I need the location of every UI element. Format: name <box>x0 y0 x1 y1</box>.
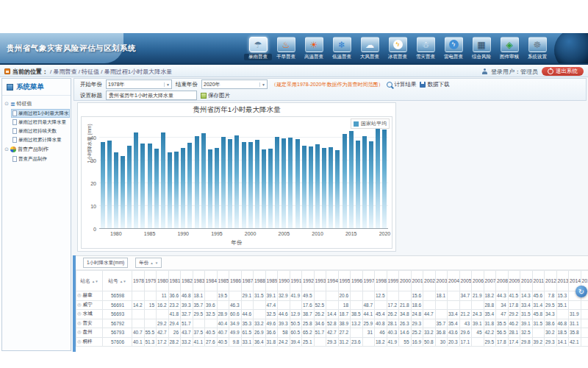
value-cell: 32.5 <box>520 328 533 338</box>
year-col-header[interactable]: 1981 <box>168 271 181 291</box>
nav-item-system-settings[interactable]: ☸系统设置 <box>523 37 551 60</box>
year-col-header[interactable]: 2008 <box>496 271 509 291</box>
nav-item-rainstorm[interactable]: ☂暴雨普查 <box>244 37 272 60</box>
sidebar-item[interactable]: 普查产品制作 <box>11 155 70 163</box>
y-tick-label: 10 <box>82 204 96 209</box>
value-cell: 51.7 <box>314 328 326 338</box>
nav-item-snow[interactable]: ☃雪灾普查 <box>412 37 440 60</box>
expand-row-icon[interactable]: ◎ <box>77 329 82 334</box>
sidebar-item[interactable]: 暴雨过程日最大降水量 <box>11 118 70 127</box>
year-col-header[interactable]: 2004 <box>448 271 460 291</box>
chart-title-input[interactable]: 贵州省历年1小时最大降水量 <box>106 91 197 100</box>
year-col-header[interactable]: 1979 <box>144 271 157 291</box>
expand-row-icon[interactable]: ◎ <box>77 320 82 325</box>
logout-button[interactable]: 退出系统 <box>542 67 584 76</box>
nav-item-map-review[interactable]: ◈图件审核 <box>495 37 523 60</box>
year-col-header[interactable]: 2003 <box>435 271 448 291</box>
expand-row-icon[interactable]: ◎ <box>77 302 82 307</box>
table-row: ◎ 水城5669341.832.729.532.528.960.644.632.… <box>76 310 588 319</box>
tree-group[interactable]: ⊙≣特征值 <box>3 99 70 109</box>
start-year-select[interactable]: 1978年 ▼ <box>106 79 172 89</box>
value-cell <box>569 300 581 310</box>
year-col-header[interactable]: 2002 <box>423 271 436 291</box>
sidebar-item[interactable]: 暴雨过程持续天数 <box>11 127 70 135</box>
year-col-header[interactable]: 1978 <box>132 271 145 291</box>
year-col-header[interactable]: 1991 <box>290 271 302 291</box>
year-col-header[interactable]: 2009 <box>508 271 520 291</box>
value-cell: 50.8 <box>423 337 436 347</box>
year-col-header[interactable]: 2012 <box>545 271 557 291</box>
pie-icon <box>10 146 16 152</box>
year-col-header[interactable]: 1987 <box>241 271 254 291</box>
year-col-header[interactable]: 1995 <box>338 271 351 291</box>
value-cell: 28.1 <box>508 328 520 338</box>
breadcrumb-path[interactable]: / 暴雨普查 / 特征值 / 暴雨过程1小时最大降水量 <box>50 68 172 76</box>
value-cell: 28.1 <box>387 319 399 328</box>
value-cell: 29.4 <box>168 319 181 328</box>
year-col-header[interactable]: 1982 <box>181 271 193 291</box>
year-col-header[interactable]: 1994 <box>326 271 339 291</box>
location-icon <box>4 68 10 74</box>
end-year-select[interactable]: 2020年 ▼ <box>201 79 268 89</box>
station-col-header[interactable]: 站名 ▲▼ <box>76 271 103 291</box>
value-cell: 34.7 <box>459 291 472 301</box>
value-cell <box>581 337 588 347</box>
year-col-header[interactable]: 1985 <box>217 271 229 291</box>
year-col-header[interactable]: 1998 <box>375 271 387 291</box>
year-col-header[interactable]: 1980 <box>157 271 169 291</box>
bar-2003 <box>268 149 273 228</box>
year-col-header[interactable]: 2005 <box>459 271 472 291</box>
year-col-header[interactable]: 1993 <box>314 271 326 291</box>
nav-item-hail[interactable]: ϟ冰雹普查 <box>384 37 412 60</box>
sidebar-item[interactable]: 暴雨过程累计降水量 <box>11 135 70 144</box>
year-col-header[interactable]: 1996 <box>351 271 363 291</box>
sort-asc-icon[interactable]: ▲ <box>150 261 153 265</box>
refresh-float-button[interactable]: ↻ <box>576 286 587 297</box>
nav-item-lightning[interactable]: ϟ雷电普查 <box>440 37 467 60</box>
nav-item-drought[interactable]: ♨干旱普查 <box>272 37 300 60</box>
image-icon <box>201 93 207 99</box>
nav-item-comprehensive-risk[interactable]: ▦综合风险 <box>467 37 495 60</box>
year-col-header[interactable]: 2001 <box>411 271 423 291</box>
bar-1979 <box>107 141 112 228</box>
unit-button[interactable]: 1小时降水量(mm) <box>83 258 128 268</box>
download-button[interactable]: 数据下载 <box>420 81 449 88</box>
sidebar: 系统菜单 ⊙≣特征值暴雨过程1小时最大降水量暴雨过程日最大降水量暴雨过程持续天数… <box>1 78 71 351</box>
year-col-header[interactable]: 1999 <box>387 271 399 291</box>
nav-item-wind[interactable]: ☁大风普查 <box>356 37 384 60</box>
id-col-header[interactable]: 站号 ▲▼ <box>103 271 132 291</box>
value-cell <box>193 319 205 328</box>
tree-group[interactable]: ⊙普查产品制作 <box>3 144 70 155</box>
year-col-header[interactable]: 2007 <box>484 271 496 291</box>
year-col-header[interactable]: 2006 <box>472 271 484 291</box>
calculate-button[interactable]: 计算结果 <box>387 81 416 88</box>
year-col-header[interactable]: 1986 <box>229 271 242 291</box>
sidebar-item[interactable]: 暴雨过程1小时最大降水量 <box>11 109 70 118</box>
year-col-header[interactable]: 1989 <box>265 271 278 291</box>
expand-row-icon[interactable]: ◎ <box>77 311 82 316</box>
expand-row-icon[interactable]: ◎ <box>77 339 82 344</box>
year-col-header[interactable]: 1990 <box>278 271 290 291</box>
nav-item-low-temp[interactable]: ❄低温普查 <box>328 37 356 60</box>
bar-1997 <box>228 139 232 228</box>
year-col-header[interactable]: 1992 <box>302 271 315 291</box>
expand-row-icon[interactable]: ◎ <box>77 292 82 297</box>
value-cell <box>254 300 266 310</box>
year-col-header[interactable]: 2000 <box>399 271 412 291</box>
year-col-header[interactable]: 1988 <box>254 271 266 291</box>
value-cell: 32.9 <box>278 291 290 301</box>
value-cell <box>144 319 157 328</box>
year-col-header[interactable]: 2010 <box>520 271 533 291</box>
value-cell: 40.7 <box>132 328 145 338</box>
year-col-header[interactable]: 2013 <box>556 271 569 291</box>
year-col-header[interactable]: 1984 <box>205 271 218 291</box>
nav-item-high-temp[interactable]: ☀高温普查 <box>300 37 328 60</box>
year-col-header[interactable]: 1983 <box>193 271 205 291</box>
save-image-button[interactable]: 保存图片 <box>201 92 230 99</box>
year-sort-control[interactable]: 年份 ▲ ▼ <box>135 258 162 268</box>
year-col-header[interactable]: 2011 <box>532 271 545 291</box>
station-id-cell: 56693 <box>103 310 132 319</box>
filter-icon[interactable]: ▼ <box>155 261 158 265</box>
year-col-header[interactable]: 1997 <box>362 271 375 291</box>
x-tick-label: 1985 <box>144 231 156 236</box>
